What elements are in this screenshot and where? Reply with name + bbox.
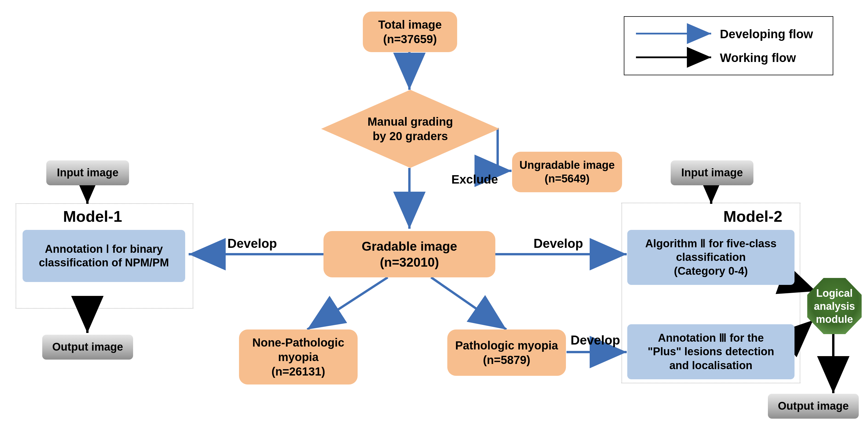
- node-ungradable-line1: Ungradable image: [519, 158, 615, 172]
- node-ann3-line2: "Plus" lesions detection: [648, 345, 774, 359]
- node-npm-line2: myopia: [252, 350, 344, 364]
- node-pm-line1: Pathologic myopia: [455, 338, 558, 353]
- svg-line-5: [431, 277, 506, 330]
- node-ann3-line3: and localisation: [648, 359, 774, 373]
- node-alg2-line1: Algorithm Ⅱ for five-class: [645, 237, 777, 251]
- node-logical-module: Logical analysis module: [807, 278, 862, 334]
- edge-label-develop-left: Develop: [227, 236, 277, 251]
- node-gradable-line1: Gradable image: [362, 238, 457, 254]
- node-annotation1: Annotation Ⅰ for binary classification o…: [23, 230, 185, 282]
- node-logic-line3: module: [814, 313, 855, 326]
- node-input-image-left: Input image: [46, 160, 129, 185]
- node-ungradable-line2: (n=5649): [519, 172, 615, 186]
- legend-working-label: Working flow: [720, 51, 830, 65]
- node-in2-line1: Input image: [681, 166, 743, 180]
- node-total-image: Total image (n=37659): [363, 11, 457, 52]
- node-total-line2: (n=37659): [378, 32, 441, 46]
- node-alg2-line2: classification: [645, 250, 777, 264]
- model1-title: Model-1: [63, 207, 122, 225]
- legend-developing-label: Developing flow: [720, 27, 830, 41]
- node-manual-grading: Manual grading by 20 graders: [321, 90, 499, 168]
- node-algorithm2: Algorithm Ⅱ for five-class classificatio…: [627, 230, 795, 285]
- node-manual-line1: Manual grading: [368, 114, 453, 129]
- node-out1-line1: Output image: [52, 340, 123, 354]
- node-npm-line1: None-Pathologic: [252, 335, 344, 350]
- node-gradable: Gradable image (n=32010): [323, 231, 495, 277]
- node-alg2-line3: (Category 0-4): [645, 264, 777, 278]
- edge-label-exclude: Exclude: [452, 173, 498, 186]
- edge-label-develop-right: Develop: [533, 236, 583, 251]
- node-logic-line2: analysis: [814, 300, 855, 313]
- node-pm-line2: (n=5879): [455, 353, 558, 367]
- node-manual-line2: by 20 graders: [368, 129, 453, 143]
- node-ann3-line1: Annotation Ⅲ for the: [648, 331, 774, 345]
- node-input-image-right: Input image: [671, 160, 753, 185]
- node-logic-line1: Logical: [814, 286, 855, 300]
- model2-title: Model-2: [723, 207, 782, 225]
- node-npm: None-Pathologic myopia (n=26131): [239, 330, 358, 385]
- node-ungradable: Ungradable image (n=5649): [512, 152, 622, 192]
- node-pm: Pathologic myopia (n=5879): [447, 330, 566, 376]
- node-out2-line1: Output image: [778, 399, 849, 413]
- node-gradable-line2: (n=32010): [362, 254, 457, 270]
- node-in1-line1: Input image: [57, 166, 118, 180]
- node-output-image-right: Output image: [768, 394, 859, 419]
- node-annotation3: Annotation Ⅲ for the "Plus" lesions dete…: [627, 324, 795, 379]
- node-output-image-left: Output image: [42, 335, 133, 360]
- node-npm-line3: (n=26131): [252, 364, 344, 379]
- node-total-line1: Total image: [378, 18, 441, 32]
- legend: Developing flow Working flow: [624, 16, 833, 75]
- svg-line-4: [307, 277, 388, 330]
- node-ann1-line2: classification of NPM/PM: [39, 256, 169, 270]
- edge-label-develop-pm: Develop: [570, 333, 620, 348]
- node-ann1-line1: Annotation Ⅰ for binary: [39, 242, 169, 256]
